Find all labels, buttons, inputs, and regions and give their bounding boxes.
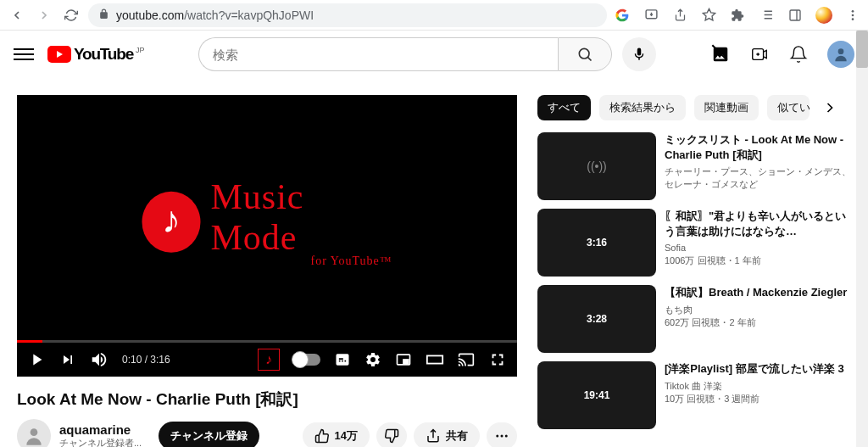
install-icon[interactable]: [643, 7, 659, 24]
svg-rect-9: [403, 360, 409, 363]
svg-point-3: [852, 14, 854, 16]
channel-name[interactable]: aquamarine: [59, 422, 142, 437]
chrome-menu-icon[interactable]: [844, 7, 861, 24]
video-duration: 3:28: [587, 313, 607, 325]
recommendation-item[interactable]: 3:28【和訳】Breath / Mackenzie Zieglerもち肉602…: [537, 285, 851, 353]
chip-similar[interactable]: 似ている: [767, 95, 810, 120]
chip-all[interactable]: すべて: [537, 95, 591, 120]
time-display: 0:10 / 3:16: [122, 354, 170, 366]
image-icon[interactable]: [710, 44, 731, 64]
youtube-header: YouTube JP: [0, 31, 868, 78]
country-code: JP: [136, 46, 145, 54]
recommendation-meta: 10万 回視聴・3 週間前: [665, 393, 851, 405]
reading-list-icon[interactable]: [758, 7, 775, 24]
music-mode-disc-icon: ♪: [142, 192, 201, 253]
chips-scroll-right[interactable]: [818, 96, 842, 120]
recommendation-channel: Tiktok 曲 洋楽: [665, 380, 851, 393]
lock-icon: [98, 8, 109, 22]
reload-button[interactable]: [61, 5, 81, 25]
chip-from-search[interactable]: 検索結果から: [599, 95, 686, 120]
recommendation-channel: Sofia: [665, 242, 851, 254]
video-player[interactable]: ♪ Music Mode for YouTube™ 0:10 / 3:16 ♪: [17, 95, 517, 377]
filter-chips: すべて 検索結果から 関連動画 似ている: [537, 95, 851, 120]
recommendation-meta: 602万 回視聴・2 年前: [665, 316, 851, 329]
extensions-icon[interactable]: [729, 7, 746, 24]
theater-button[interactable]: [426, 350, 444, 369]
mix-icon: ((•)): [587, 159, 607, 173]
recommendation-item[interactable]: 3:16〖和訳〗"君よりも辛い人がいるという言葉は助けにはならな…Sofia10…: [537, 209, 851, 277]
svg-point-4: [852, 18, 854, 20]
search-input[interactable]: [198, 37, 558, 71]
player-controls: 0:10 / 3:16 ♪: [17, 343, 517, 377]
forward-button[interactable]: [34, 5, 54, 25]
recommendations-sidebar: すべて 検索結果から 関連動画 似ている ((•))ミックスリスト - Look…: [537, 95, 851, 447]
music-mode-overlay: ♪ Music Mode for YouTube™: [142, 176, 392, 268]
miniplayer-button[interactable]: [395, 351, 412, 368]
recommendation-title: [洋楽Playlist] 部屋で流したい洋楽 3: [665, 361, 851, 377]
settings-button[interactable]: [364, 351, 381, 368]
recommendation-thumbnail: 3:16: [537, 209, 656, 277]
subscribe-button[interactable]: チャンネル登録: [159, 422, 259, 447]
page-scrollbar[interactable]: [856, 31, 868, 447]
svg-point-11: [31, 428, 38, 436]
dislike-button[interactable]: [376, 422, 407, 447]
recommendation-meta: 1006万 回視聴・1 年前: [665, 254, 851, 267]
voice-search-button[interactable]: [622, 37, 656, 71]
address-bar[interactable]: youtube.com/watch?v=kavpQhJoPWI: [88, 3, 607, 27]
autoplay-toggle[interactable]: [293, 354, 320, 366]
fullscreen-button[interactable]: [488, 350, 507, 369]
youtube-wordmark: YouTube: [74, 45, 133, 64]
svg-point-14: [505, 435, 508, 438]
recommendation-channel: もち肉: [665, 304, 851, 316]
search-box: [198, 37, 612, 71]
recommendation-channel: チャーリー・プース、ショーン・メンデス、セレーナ・ゴメスなど: [665, 165, 851, 192]
notifications-button[interactable]: [788, 44, 809, 64]
play-button[interactable]: [27, 350, 46, 369]
music-mode-button[interactable]: ♪: [258, 349, 280, 371]
svg-rect-10: [427, 355, 442, 363]
cast-button[interactable]: [458, 351, 475, 368]
sidepanel-icon[interactable]: [787, 7, 804, 24]
video-meta-row: aquamarine チャンネル登録者... チャンネル登録 14万 共有: [17, 419, 517, 447]
chrome-profile-avatar[interactable]: [815, 7, 832, 24]
share-icon[interactable]: [671, 7, 688, 24]
recommendation-title: ミックスリスト - Look At Me Now - Charlie Puth …: [665, 132, 851, 162]
google-icon[interactable]: [614, 7, 631, 24]
share-button[interactable]: 共有: [414, 422, 480, 447]
recommendation-thumbnail: ((•)): [537, 132, 656, 200]
recommendation-thumbnail: 19:41: [537, 361, 656, 429]
video-title: Look At Me Now - Charlie Puth [和訳]: [17, 388, 517, 411]
video-duration: 19:41: [584, 389, 610, 401]
svg-point-13: [501, 435, 504, 438]
recommendation-title: 【和訳】Breath / Mackenzie Ziegler: [665, 285, 851, 300]
account-avatar[interactable]: [827, 41, 854, 68]
music-mode-title: Music Mode: [210, 176, 392, 258]
search-button[interactable]: [558, 37, 612, 71]
like-button[interactable]: 14万: [303, 422, 370, 447]
svg-point-12: [496, 435, 498, 438]
recommendation-item[interactable]: 19:41[洋楽Playlist] 部屋で流したい洋楽 3Tiktok 曲 洋楽…: [537, 361, 851, 429]
youtube-logo[interactable]: YouTube JP: [47, 45, 145, 64]
browser-toolbar: youtube.com/watch?v=kavpQhJoPWI: [0, 0, 868, 31]
svg-rect-1: [790, 10, 800, 20]
svg-point-2: [852, 10, 854, 13]
next-button[interactable]: [59, 351, 76, 368]
volume-button[interactable]: [90, 350, 108, 369]
subtitles-button[interactable]: [334, 351, 351, 368]
channel-avatar[interactable]: [17, 419, 51, 447]
recommendation-thumbnail: 3:28: [537, 285, 656, 353]
svg-point-5: [580, 48, 590, 59]
channel-subscriber-count: チャンネル登録者...: [59, 437, 142, 447]
recommendation-item[interactable]: ((•))ミックスリスト - Look At Me Now - Charlie …: [537, 132, 851, 200]
url-text: youtube.com/watch?v=kavpQhJoPWI: [116, 8, 314, 22]
youtube-play-icon: [47, 46, 71, 63]
bookmark-icon[interactable]: [700, 7, 717, 24]
more-actions-button[interactable]: [487, 422, 517, 447]
chip-related[interactable]: 関連動画: [694, 95, 759, 120]
hamburger-menu[interactable]: [14, 44, 34, 64]
create-button[interactable]: [749, 44, 770, 64]
back-button[interactable]: [7, 5, 27, 25]
video-duration: 3:16: [587, 237, 607, 249]
recommendation-title: 〖和訳〗"君よりも辛い人がいるという言葉は助けにはならな…: [665, 209, 851, 238]
svg-point-7: [838, 48, 844, 54]
